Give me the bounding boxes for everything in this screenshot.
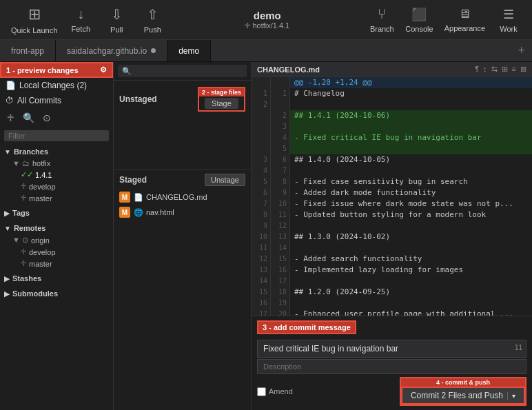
stashes-section: ▶ Stashes xyxy=(0,271,113,286)
diff-content: @@ -1,20 +1,24 @@ 1 1 # Changelog 2 2 ##… xyxy=(252,77,532,316)
branch-info: ♱ hotfix/1.4.1 xyxy=(245,21,289,30)
submodules-label: Submodules xyxy=(12,289,58,298)
sidebar: 1 - preview changes ⚙ 📄 Local Changes (2… xyxy=(0,62,114,410)
branches-header[interactable]: ▼ Branches xyxy=(0,145,113,158)
pull-button[interactable]: ⇩ Pull xyxy=(99,3,134,37)
stage-callout-label: 2 - stage files xyxy=(199,88,244,96)
tab-front-app[interactable]: front-app xyxy=(0,40,56,61)
diff-icon-5[interactable]: ≡ xyxy=(512,65,516,74)
branches-section: ▼ Branches ▼ 🗂 hotfix ✓ 1.4.1 ♱ develop … xyxy=(0,144,113,205)
push-button[interactable]: ⇧ Push xyxy=(134,3,170,37)
remote-develop-label: develop xyxy=(29,248,56,256)
quick-launch-icon: ⊞ xyxy=(28,6,41,23)
diff-line-n8: 10 13 ## 1.3.0 (2024-10-02) xyxy=(252,232,532,243)
current-branch-item[interactable]: ✓ 1.4.1 xyxy=(0,169,113,181)
master-branch-item[interactable]: ♱ master xyxy=(0,192,113,204)
unstaged-header: Unstaged 2 - stage files Stage xyxy=(114,83,251,115)
console-button[interactable]: ⬛ Console xyxy=(400,4,438,36)
filter-box xyxy=(0,127,113,144)
dropdown-caret-icon[interactable]: ▾ xyxy=(507,392,515,400)
tags-section: ▶ Tags xyxy=(0,205,113,221)
commit-description-input[interactable] xyxy=(257,359,526,374)
diff-icon-4[interactable]: ⊞ xyxy=(502,65,508,74)
commit-message-input[interactable] xyxy=(257,340,526,358)
staged-file-1[interactable]: M 🌐 nav.html xyxy=(114,205,251,220)
staged-header: Staged Unstage xyxy=(114,170,251,189)
commit-push-callout-label: 4 - commit & push xyxy=(401,378,525,387)
diff-icon-6[interactable]: ⊠ xyxy=(520,65,526,74)
diff-line-n14: 16 19 xyxy=(252,298,532,309)
remote-master-item[interactable]: ♱ master xyxy=(0,258,113,269)
diff-line-n10: 12 15 - Added search functionality xyxy=(252,254,532,265)
diff-icon-3[interactable]: ⇆ xyxy=(491,65,498,74)
main-area: 1 - preview changes ⚙ 📄 Local Changes (2… xyxy=(0,62,532,410)
remotes-header[interactable]: ▼ Remotes xyxy=(0,222,113,234)
commit-area: 3 - add commit message 11 Amend 4 - comm… xyxy=(252,316,532,410)
stage-button[interactable]: Stage xyxy=(205,98,238,109)
diff-line-n4: 6 9 - Added dark mode functionality xyxy=(252,187,532,198)
push-icon: ⇧ xyxy=(147,6,158,23)
branch-icon: ▼ 🗂 xyxy=(12,159,30,167)
file-icon-nav: 🌐 xyxy=(134,208,143,217)
search-bar xyxy=(114,62,251,81)
hotfix-branch-item[interactable]: ▼ 🗂 hotfix xyxy=(0,158,113,169)
file-icon-changelog: 📄 xyxy=(134,193,143,202)
console-icon: ⬛ xyxy=(411,7,427,22)
commit-push-button[interactable]: Commit 2 Files and Push ▾ xyxy=(401,387,525,404)
tab-saidalachgar[interactable]: saidalachgar.github.io xyxy=(56,40,167,61)
stashes-arrow: ▶ xyxy=(4,275,10,283)
remotes-section: ▼ Remotes ▼ ⊙ origin ♱ develop ♱ master xyxy=(0,221,113,271)
appearance-button[interactable]: 🖥 Appearance xyxy=(439,4,491,35)
pull-icon: ⇩ xyxy=(111,6,123,23)
diff-line-n6: 8 11 - Updated button styling for a mode… xyxy=(252,209,532,221)
tags-label: Tags xyxy=(12,209,30,217)
checkmark-icon: ✓ xyxy=(27,170,33,179)
right-panel: CHANGELOG.md ¶ ↕ ⇆ ⊞ ≡ ⊠ @@ -1,20 +1,24 … xyxy=(252,62,532,410)
develop-branch-label: develop xyxy=(29,183,56,191)
current-branch-label: 1.4.1 xyxy=(35,171,52,179)
diff-icon-2[interactable]: ↕ xyxy=(483,65,487,74)
add-tab-button[interactable]: + xyxy=(511,43,532,58)
all-commits-item[interactable]: ⏱ All Commits xyxy=(0,93,113,108)
search-btn[interactable]: 🔍 xyxy=(20,111,37,125)
diff-line-n13: 15 18 ## 1.2.0 (2024-09-25) xyxy=(252,287,532,298)
staged-file-0[interactable]: M 📄 CHANGELOG.md xyxy=(114,189,251,205)
diff-line-add-2: 3 xyxy=(252,121,532,132)
file-badge-m2: M xyxy=(119,207,130,218)
branch-icon: ⑂ xyxy=(378,6,386,22)
filter-input[interactable] xyxy=(4,130,109,141)
unstage-button[interactable]: Unstage xyxy=(205,174,245,186)
diff-icon-1[interactable]: ¶ xyxy=(475,65,479,74)
diff-line-n1: 3 6 ## 1.4.0 (2024-10-05) xyxy=(252,154,532,165)
submodules-header[interactable]: ▶ Submodules xyxy=(0,287,113,300)
local-changes-item[interactable]: 📄 Local Changes (2) xyxy=(0,78,113,93)
remote-develop-item[interactable]: ♱ develop xyxy=(0,246,113,258)
middle-panel: Unstaged 2 - stage files Stage Staged Un… xyxy=(114,62,252,410)
file-search-input[interactable] xyxy=(118,65,247,77)
diff-line-n3: 5 8 - Fixed case sensitivity bug in sear… xyxy=(252,176,532,187)
unstaged-area: Unstaged 2 - stage files Stage xyxy=(114,81,251,170)
push-label: Push xyxy=(144,25,161,34)
commit-section-callout: 3 - add commit message xyxy=(257,320,526,337)
stashes-header[interactable]: ▶ Stashes xyxy=(0,272,113,285)
origin-remote-item[interactable]: ▼ ⊙ origin xyxy=(0,234,113,246)
amend-checkbox[interactable] xyxy=(257,387,266,396)
staged-filename-1: nav.html xyxy=(146,208,174,216)
github-btn[interactable]: ⊙ xyxy=(40,111,54,125)
all-commits-label: All Commits xyxy=(17,96,61,105)
settings-icon[interactable]: ⚙ xyxy=(100,65,107,74)
commit-push-label: Commit 2 Files and Push xyxy=(411,391,503,400)
work-button[interactable]: ☰ Work xyxy=(491,4,526,36)
stashes-label: Stashes xyxy=(12,274,41,283)
git-branch-btn[interactable]: ♱ xyxy=(4,111,17,125)
stage-callout: 2 - stage files Stage xyxy=(198,87,245,112)
quick-launch-button[interactable]: ⊞ Quick Launch xyxy=(6,3,63,37)
branch-button[interactable]: ⑂ Branch xyxy=(364,3,400,36)
remote-master-icon: ♱ xyxy=(21,259,26,268)
fetch-button[interactable]: ↓ Fetch xyxy=(63,3,99,36)
tags-header[interactable]: ▶ Tags xyxy=(0,207,113,219)
diff-line-n11: 13 16 - Implemented lazy loading for ima… xyxy=(252,265,532,276)
diff-filename: CHANGELOG.md xyxy=(257,65,320,74)
develop-branch-item[interactable]: ♱ develop xyxy=(0,181,113,192)
tab-demo[interactable]: demo xyxy=(167,40,211,61)
